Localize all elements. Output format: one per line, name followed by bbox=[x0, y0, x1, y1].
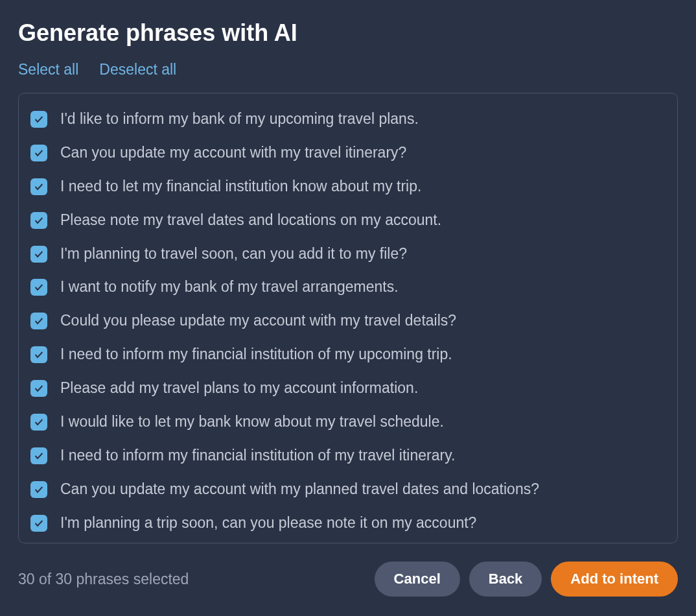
phrase-text: Could you please update my account with … bbox=[60, 311, 456, 331]
select-all-link[interactable]: Select all bbox=[18, 61, 78, 78]
phrase-text: Can you update my account with my travel… bbox=[60, 143, 406, 163]
deselect-all-link[interactable]: Deselect all bbox=[99, 61, 176, 78]
phrase-item: Could you please update my account with … bbox=[30, 304, 666, 338]
phrase-item: I'd like to inform my bank of my upcomin… bbox=[30, 102, 666, 136]
checkbox[interactable] bbox=[30, 279, 47, 296]
phrase-item: Please add my travel plans to my account… bbox=[30, 372, 666, 405]
checkbox[interactable] bbox=[30, 447, 47, 464]
add-to-intent-button[interactable]: Add to intent bbox=[551, 562, 678, 597]
phrase-text: I'm planning to travel soon, can you add… bbox=[60, 244, 407, 264]
selected-count: 30 of 30 phrases selected bbox=[18, 571, 189, 588]
check-icon bbox=[34, 316, 44, 326]
check-icon bbox=[34, 349, 44, 360]
phrase-item: I need to inform my financial institutio… bbox=[30, 338, 666, 372]
check-icon bbox=[34, 484, 44, 495]
phrase-text: I want to notify my bank of my travel ar… bbox=[60, 278, 399, 297]
phrase-item: I would like to let my bank know about m… bbox=[30, 405, 666, 439]
phrase-item: I need to let my financial institution k… bbox=[30, 170, 666, 204]
check-icon bbox=[34, 114, 44, 124]
checkbox[interactable] bbox=[30, 145, 47, 161]
checkbox[interactable] bbox=[30, 313, 47, 329]
phrase-list[interactable]: I'd like to inform my bank of my upcomin… bbox=[18, 93, 678, 543]
checkbox[interactable] bbox=[30, 346, 47, 363]
checkbox[interactable] bbox=[30, 212, 47, 229]
selection-links: Select all Deselect all bbox=[18, 61, 678, 78]
check-icon bbox=[34, 282, 44, 292]
phrase-item: Please note my travel dates and location… bbox=[30, 204, 666, 237]
check-icon bbox=[34, 383, 44, 394]
phrase-item: I'm planning to travel soon, can you add… bbox=[30, 237, 666, 271]
phrase-text: I'm planning a trip soon, can you please… bbox=[60, 514, 476, 533]
checkbox[interactable] bbox=[30, 481, 47, 498]
cancel-button[interactable]: Cancel bbox=[375, 562, 460, 597]
check-icon bbox=[34, 215, 44, 226]
check-icon bbox=[34, 148, 44, 158]
phrase-item: Can you update my account with my travel… bbox=[30, 136, 666, 170]
checkbox[interactable] bbox=[30, 111, 47, 128]
check-icon bbox=[34, 518, 44, 528]
check-icon bbox=[34, 451, 44, 461]
phrase-item: I want to notify my bank of my travel ar… bbox=[30, 270, 666, 304]
checkbox[interactable] bbox=[30, 246, 47, 263]
phrase-text: I'd like to inform my bank of my upcomin… bbox=[60, 110, 419, 129]
phrase-text: Can you update my account with my planne… bbox=[60, 480, 539, 499]
phrase-text: I need to inform my financial institutio… bbox=[60, 446, 455, 466]
checkbox[interactable] bbox=[30, 380, 47, 397]
page-title: Generate phrases with AI bbox=[18, 19, 678, 47]
checkbox[interactable] bbox=[30, 515, 47, 532]
phrase-text: Please note my travel dates and location… bbox=[60, 211, 441, 230]
phrase-text: I need to inform my financial institutio… bbox=[60, 345, 452, 364]
check-icon bbox=[34, 249, 44, 259]
phrase-text: I would like to let my bank know about m… bbox=[60, 412, 444, 432]
phrase-text: Please add my travel plans to my account… bbox=[60, 379, 418, 398]
checkbox[interactable] bbox=[30, 414, 47, 431]
footer: 30 of 30 phrases selected Cancel Back Ad… bbox=[18, 543, 678, 597]
footer-buttons: Cancel Back Add to intent bbox=[375, 562, 678, 597]
checkbox[interactable] bbox=[30, 178, 47, 195]
phrase-item: I'm planning a trip soon, can you please… bbox=[30, 506, 666, 540]
phrase-text: I need to let my financial institution k… bbox=[60, 177, 421, 196]
back-button[interactable]: Back bbox=[469, 562, 542, 597]
phrase-item: Can you update my account with my planne… bbox=[30, 473, 666, 506]
phrase-item: I need to inform my financial institutio… bbox=[30, 439, 666, 473]
check-icon bbox=[34, 182, 44, 192]
check-icon bbox=[34, 417, 44, 427]
